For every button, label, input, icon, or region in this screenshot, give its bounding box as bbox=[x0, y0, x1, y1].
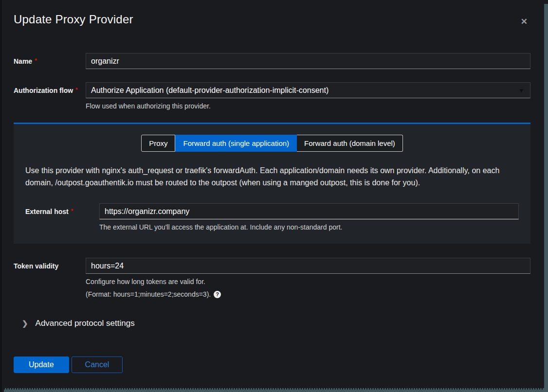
proxy-mode-toggle-group: Proxy Forward auth (single application) … bbox=[25, 135, 519, 152]
cancel-button[interactable]: Cancel bbox=[72, 356, 123, 373]
authorization-flow-selected-value: Authorize Application (default-provider-… bbox=[91, 86, 329, 95]
external-host-row: External host* The external URL you'll a… bbox=[25, 203, 519, 231]
help-icon[interactable]: ? bbox=[214, 291, 221, 298]
chevron-right-icon: ❯ bbox=[22, 319, 28, 328]
name-input[interactable] bbox=[86, 53, 530, 69]
token-validity-format-text: (Format: hours=1;minutes=2;seconds=3). bbox=[86, 290, 211, 298]
tab-proxy[interactable]: Proxy bbox=[141, 135, 175, 152]
caret-down-icon: ▾ bbox=[519, 86, 523, 95]
authorization-flow-control: Authorize Application (default-provider-… bbox=[86, 82, 530, 110]
advanced-protocol-settings-toggle[interactable]: ❯ Advanced protocol settings bbox=[14, 319, 530, 328]
name-label-text: Name bbox=[14, 57, 32, 65]
token-validity-format-help: (Format: hours=1;minutes=2;seconds=3). ? bbox=[86, 290, 530, 298]
required-asterisk: * bbox=[35, 57, 37, 64]
modal-footer: Update Cancel bbox=[14, 356, 530, 373]
tab-forward-auth-single-application[interactable]: Forward auth (single application) bbox=[175, 135, 297, 152]
authorization-flow-select[interactable]: Authorize Application (default-provider-… bbox=[86, 82, 530, 98]
authorization-flow-label-text: Authorization flow bbox=[14, 87, 73, 94]
required-asterisk: * bbox=[75, 87, 78, 93]
token-validity-help: Configure how long tokens are valid for. bbox=[86, 278, 530, 285]
advanced-protocol-settings-label: Advanced protocol settings bbox=[36, 319, 135, 328]
external-host-help: The external URL you'll access the appli… bbox=[99, 223, 519, 231]
mode-description: Use this provider with nginx's auth_requ… bbox=[25, 164, 519, 189]
name-field-row: Name* bbox=[14, 53, 530, 69]
update-proxy-provider-modal: Update Proxy Provider ✕ Name* Authorizat… bbox=[2, 0, 544, 388]
external-host-label: External host* bbox=[25, 203, 99, 215]
window-shadow-bottom bbox=[4, 388, 544, 392]
authorization-flow-row: Authorization flow* Authorize Applicatio… bbox=[14, 82, 530, 110]
proxy-mode-card: Proxy Forward auth (single application) … bbox=[14, 123, 530, 244]
modal-header: Update Proxy Provider ✕ bbox=[14, 13, 530, 29]
authorization-flow-help: Flow used when authorizing this provider… bbox=[86, 102, 530, 110]
token-validity-input[interactable] bbox=[86, 258, 530, 274]
token-validity-row: Token validity Configure how long tokens… bbox=[14, 258, 530, 298]
token-validity-control: Configure how long tokens are valid for.… bbox=[86, 258, 530, 298]
external-host-control: The external URL you'll access the appli… bbox=[99, 203, 519, 231]
token-validity-label: Token validity bbox=[14, 258, 86, 270]
external-host-input[interactable] bbox=[99, 203, 519, 219]
screen: Update Proxy Provider ✕ Name* Authorizat… bbox=[0, 0, 548, 392]
authorization-flow-label: Authorization flow* bbox=[14, 82, 86, 94]
required-asterisk: * bbox=[71, 208, 73, 214]
close-icon[interactable]: ✕ bbox=[518, 15, 530, 29]
name-label: Name* bbox=[14, 53, 86, 65]
window-shadow-right bbox=[544, 4, 548, 392]
modal-title: Update Proxy Provider bbox=[14, 13, 133, 26]
update-button[interactable]: Update bbox=[14, 356, 69, 373]
external-host-label-text: External host bbox=[25, 208, 69, 215]
tab-forward-auth-domain-level[interactable]: Forward auth (domain level) bbox=[297, 135, 403, 152]
